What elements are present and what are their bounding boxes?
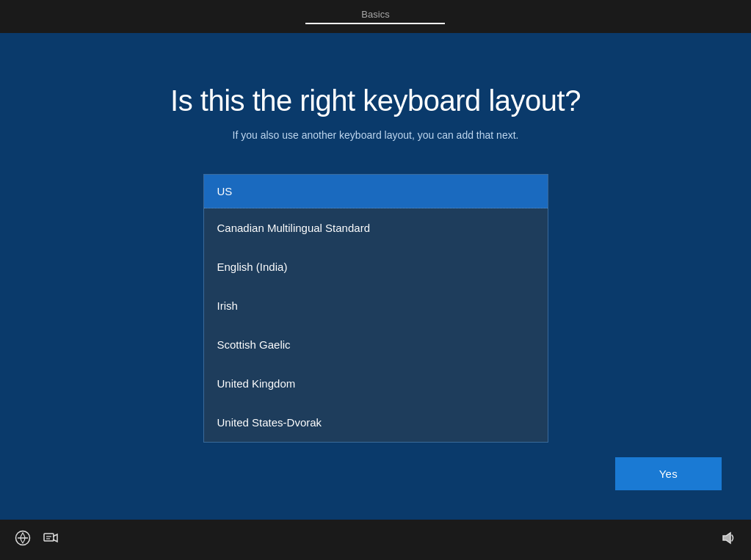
- top-bar-underline: [305, 23, 445, 24]
- list-items-container[interactable]: Canadian Multilingual Standard English (…: [204, 208, 548, 442]
- main-content: Is this the right keyboard layout? If yo…: [0, 33, 751, 520]
- list-item[interactable]: Canadian Multilingual Standard: [204, 208, 548, 247]
- accessibility-icon[interactable]: [15, 530, 31, 550]
- page-subtitle: If you also use another keyboard layout,…: [233, 129, 519, 141]
- page-title: Is this the right keyboard layout?: [170, 84, 581, 117]
- list-item[interactable]: United States-Dvorak: [204, 403, 548, 442]
- selected-layout-item[interactable]: US: [204, 175, 548, 208]
- bottom-right-icons: [720, 530, 736, 550]
- list-item[interactable]: United Kingdom: [204, 364, 548, 403]
- yes-button-area: Yes: [0, 457, 751, 490]
- svg-rect-2: [44, 534, 54, 541]
- list-item[interactable]: Scottish Gaelic: [204, 325, 548, 364]
- bottom-bar: [0, 520, 751, 560]
- list-scroll-area: Canadian Multilingual Standard English (…: [204, 208, 548, 442]
- language-icon[interactable]: [43, 530, 59, 550]
- bottom-left-icons: [15, 530, 59, 550]
- svg-marker-5: [723, 533, 730, 543]
- top-bar: Basics: [0, 0, 751, 33]
- list-item[interactable]: Irish: [204, 286, 548, 325]
- sound-icon[interactable]: [720, 530, 736, 550]
- content-wrapper: Is this the right keyboard layout? If yo…: [0, 84, 751, 490]
- yes-button[interactable]: Yes: [615, 457, 722, 490]
- top-bar-label: Basics: [361, 9, 389, 24]
- keyboard-layout-list: US Canadian Multilingual Standard Englis…: [203, 174, 548, 443]
- list-item[interactable]: English (India): [204, 247, 548, 286]
